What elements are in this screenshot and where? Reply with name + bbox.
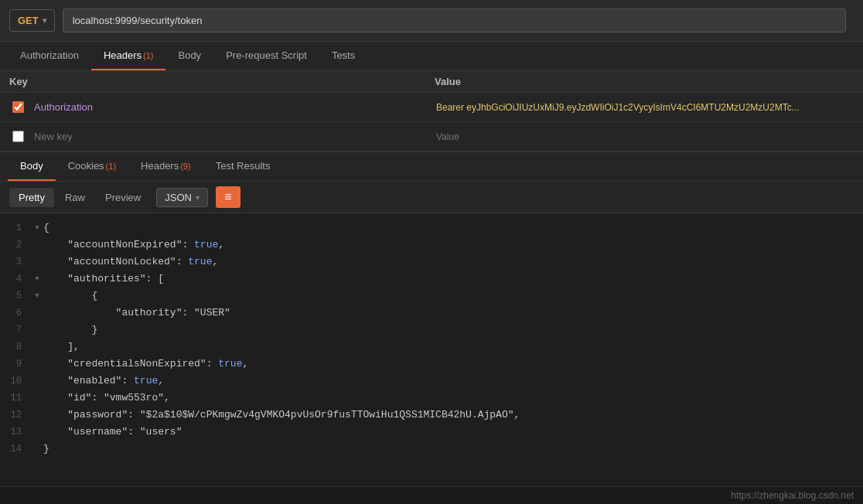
- line-content: }: [43, 322, 860, 339]
- header-row-authorization: [0, 93, 863, 122]
- resp-tab-body[interactable]: Body: [8, 152, 56, 181]
- line-content: "authorities": [: [43, 271, 860, 288]
- line-number: 4: [3, 271, 34, 288]
- wrap-button[interactable]: ≡: [216, 186, 240, 208]
- json-line: 4▾ "authorities": [: [0, 271, 863, 288]
- json-line: 7 }: [0, 322, 863, 339]
- json-line: 9 "credentialsNonExpired": true,: [0, 356, 863, 373]
- json-line: 2 "accountNonExpired": true,: [0, 237, 863, 254]
- new-value-input[interactable]: [432, 128, 857, 145]
- footer-url: https://zhengkai.blog.csdn.net: [731, 490, 854, 501]
- header-checkbox-wrap: [6, 101, 29, 113]
- headers-column-row: Key Value: [0, 71, 863, 93]
- json-line: 10 "enabled": true,: [0, 373, 863, 390]
- line-content: "accountNonExpired": true,: [43, 237, 860, 254]
- line-number: 6: [3, 305, 34, 322]
- line-number: 14: [3, 441, 34, 458]
- line-content: "id": "vmw553ro",: [43, 390, 860, 407]
- tab-body[interactable]: Body: [165, 42, 213, 70]
- json-format-dropdown[interactable]: JSON ▾: [156, 188, 208, 207]
- line-content: "enabled": true,: [43, 373, 860, 390]
- method-label: GET: [18, 15, 39, 26]
- header-checkbox[interactable]: [12, 101, 24, 113]
- line-number: 1: [3, 220, 34, 237]
- line-number: 13: [3, 424, 34, 441]
- format-pretty-button[interactable]: Pretty: [9, 188, 54, 207]
- col-value-label: Value: [435, 76, 854, 87]
- line-number: 2: [3, 237, 34, 254]
- header-new-row: [0, 122, 863, 152]
- json-line: 6 "authority": "USER": [0, 305, 863, 322]
- response-toolbar: Pretty Raw Preview JSON ▾ ≡: [0, 182, 863, 213]
- json-line: 5▾ {: [0, 288, 863, 305]
- line-content: "username": "users": [43, 424, 860, 441]
- line-number: 5: [3, 288, 34, 305]
- json-line: 12 "password": "$2a$10$W/cPKmgwZv4gVMKO4…: [0, 407, 863, 424]
- json-dropdown-arrow: ▾: [196, 193, 200, 202]
- line-toggle[interactable]: ▾: [34, 271, 43, 288]
- line-content: {: [43, 220, 860, 237]
- format-raw-button[interactable]: Raw: [56, 188, 94, 207]
- line-content: ],: [43, 339, 860, 356]
- new-row-checkbox[interactable]: [12, 131, 24, 142]
- footer: https://zhengkai.blog.csdn.net: [0, 486, 863, 504]
- line-content: "accountNonLocked": true,: [43, 254, 860, 271]
- format-preview-button[interactable]: Preview: [96, 188, 150, 207]
- tab-tests[interactable]: Tests: [319, 42, 367, 70]
- request-tabs: Authorization Headers(1) Body Pre-reques…: [0, 42, 863, 71]
- line-number: 9: [3, 356, 34, 373]
- json-line: 11 "id": "vmw553ro",: [0, 390, 863, 407]
- line-content: "password": "$2a$10$W/cPKmgwZv4gVMKO4pvU…: [43, 407, 860, 424]
- json-line: 14}: [0, 441, 863, 458]
- method-arrow: ▾: [43, 16, 46, 25]
- json-body: 1▾{2 "accountNonExpired": true,3 "accoun…: [0, 213, 863, 504]
- line-content: }: [43, 441, 860, 458]
- method-dropdown[interactable]: GET ▾: [9, 9, 55, 32]
- json-line: 8 ],: [0, 339, 863, 356]
- line-number: 10: [3, 373, 34, 390]
- line-content: "authority": "USER": [43, 305, 860, 322]
- line-number: 11: [3, 390, 34, 407]
- line-toggle[interactable]: ▾: [34, 220, 43, 237]
- tab-authorization[interactable]: Authorization: [8, 42, 91, 70]
- tab-headers[interactable]: Headers(1): [91, 42, 166, 70]
- json-line: 13 "username": "users": [0, 424, 863, 441]
- header-key-input[interactable]: [29, 98, 432, 116]
- resp-tab-cookies[interactable]: Cookies(1): [56, 152, 128, 181]
- headers-table: Key Value: [0, 71, 863, 152]
- tab-pre-request-script[interactable]: Pre-request Script: [213, 42, 319, 70]
- top-bar: GET ▾: [0, 0, 863, 42]
- line-number: 7: [3, 322, 34, 339]
- header-value-input[interactable]: [432, 99, 857, 116]
- resp-tab-test-results[interactable]: Test Results: [203, 152, 283, 181]
- new-row-checkbox-wrap: [6, 131, 29, 142]
- line-number: 3: [3, 254, 34, 271]
- response-tabs: Body Cookies(1) Headers(9) Test Results: [0, 152, 863, 182]
- line-toggle[interactable]: ▾: [34, 288, 43, 305]
- col-key-label: Key: [9, 76, 435, 87]
- json-line: 1▾{: [0, 220, 863, 237]
- new-key-input[interactable]: [29, 128, 432, 145]
- url-input[interactable]: [63, 9, 846, 32]
- line-content: {: [43, 288, 860, 305]
- json-line: 3 "accountNonLocked": true,: [0, 254, 863, 271]
- resp-tab-headers[interactable]: Headers(9): [128, 152, 203, 181]
- json-format-label: JSON: [165, 192, 192, 203]
- line-number: 8: [3, 339, 34, 356]
- line-number: 12: [3, 407, 34, 424]
- wrap-icon: ≡: [224, 190, 231, 204]
- line-content: "credentialsNonExpired": true,: [43, 356, 860, 373]
